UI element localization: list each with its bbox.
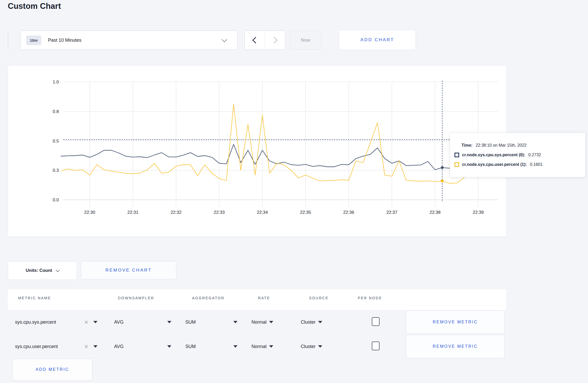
- metric-name-caret-icon[interactable]: [93, 321, 97, 323]
- svg-text:0.3: 0.3: [53, 168, 59, 173]
- svg-text:22:34: 22:34: [257, 210, 268, 215]
- source-value: Cluster: [301, 344, 316, 349]
- source-caret-icon: [318, 321, 322, 323]
- time-range-label: Past 10 Minutes: [48, 38, 81, 43]
- downsampler-caret-icon[interactable]: [167, 321, 171, 323]
- metric-name-value[interactable]: sys.cpu.user.percent: [15, 344, 58, 349]
- time-range-badge: 10m: [26, 36, 41, 45]
- source-caret-icon: [318, 345, 322, 348]
- prev-time-button[interactable]: [245, 31, 265, 49]
- metric-row: sys.cpu.user.percent AVG SUM Normal Clus…: [8, 334, 506, 359]
- col-header-rate: RATE: [258, 296, 270, 300]
- col-header-source: SOURCE: [309, 296, 329, 300]
- source-value: Cluster: [301, 320, 316, 325]
- metric-name-caret-icon[interactable]: [93, 345, 97, 348]
- chart-plot[interactable]: 0.00.30.50.81.022:3022:3122:3222:3322:34…: [8, 66, 506, 237]
- svg-text:22:39: 22:39: [473, 210, 484, 215]
- downsampler-select[interactable]: AVG: [114, 320, 124, 325]
- col-header-downsampler: DOWNSAMPLER: [118, 296, 154, 300]
- aggregator-select[interactable]: SUM: [185, 320, 196, 325]
- chevron-left-icon: [252, 37, 259, 43]
- svg-text:22:30: 22:30: [84, 210, 95, 215]
- remove-metric-button[interactable]: REMOVE METRIC: [406, 310, 505, 334]
- tooltip-series-value: 0.2732: [528, 153, 541, 157]
- metric-row: sys.cpu.sys.percent AVG SUM Normal Clust…: [8, 310, 506, 334]
- remove-metric-button[interactable]: REMOVE METRIC: [406, 335, 505, 358]
- col-header-per-node: PER NODE: [358, 296, 382, 300]
- rate-select[interactable]: Normal: [251, 344, 273, 349]
- rate-value: Normal: [251, 320, 267, 325]
- time-pager: [244, 31, 285, 50]
- metric-name-value[interactable]: sys.cpu.sys.percent: [15, 320, 56, 325]
- chart-panel: 0.00.30.50.81.022:3022:3122:3222:3322:34…: [8, 65, 507, 237]
- downsampler-select[interactable]: AVG: [114, 344, 124, 349]
- remove-chart-button[interactable]: REMOVE CHART: [81, 261, 176, 279]
- per-node-checkbox[interactable]: [372, 342, 380, 350]
- tooltip-series-row: cr.node.sys.cpu.sys.percent (0): 0.2732: [454, 153, 580, 157]
- svg-text:22:35: 22:35: [300, 210, 311, 215]
- svg-text:1.0: 1.0: [53, 80, 59, 84]
- rate-caret-icon: [269, 321, 273, 323]
- svg-text:0.8: 0.8: [53, 109, 59, 114]
- rate-select[interactable]: Normal: [251, 320, 273, 325]
- rate-value: Normal: [251, 344, 267, 349]
- svg-text:0.0: 0.0: [53, 197, 59, 202]
- units-label: Units: Count: [26, 268, 52, 273]
- svg-text:22:37: 22:37: [386, 210, 397, 215]
- page-title: Custom Chart: [8, 2, 61, 11]
- per-node-checkbox[interactable]: [372, 317, 380, 326]
- source-select[interactable]: Cluster: [301, 320, 322, 325]
- svg-text:22:32: 22:32: [171, 210, 182, 215]
- aggregator-select[interactable]: SUM: [185, 344, 196, 349]
- tooltip-time-label: Time:: [461, 143, 472, 148]
- col-header-aggregator: AGGREGATOR: [192, 296, 225, 300]
- clear-metric-icon[interactable]: [84, 343, 88, 350]
- now-button[interactable]: Now: [290, 31, 321, 50]
- chevron-down-icon: [56, 268, 60, 272]
- rate-caret-icon: [269, 345, 273, 348]
- tooltip-series-label: cr.node.sys.cpu.sys.percent (0):: [462, 153, 525, 157]
- add-metric-button[interactable]: ADD METRIC: [12, 359, 92, 380]
- tooltip-time-row: Time: 22:38:10 on Mar 15th, 2022: [461, 143, 580, 148]
- col-header-metric-name: METRIC NAME: [18, 296, 51, 300]
- svg-text:0.5: 0.5: [53, 139, 59, 144]
- source-select[interactable]: Cluster: [301, 344, 322, 349]
- chart-tooltip: Time: 22:38:10 on Mar 15th, 2022 cr.node…: [450, 133, 585, 177]
- next-time-button[interactable]: [265, 31, 285, 49]
- clear-metric-icon[interactable]: [84, 319, 88, 325]
- chevron-down-icon: [222, 37, 227, 42]
- user-series-legend-icon: [454, 162, 459, 167]
- aggregator-caret-icon[interactable]: [233, 345, 237, 348]
- add-chart-button[interactable]: ADD CHART: [339, 30, 416, 50]
- aggregator-caret-icon[interactable]: [233, 321, 237, 323]
- downsampler-caret-icon[interactable]: [167, 345, 171, 348]
- tooltip-series-value: 0.1601: [530, 162, 543, 167]
- tooltip-series-row: cr.node.sys.cpu.user.percent (1): 0.1601: [454, 162, 580, 167]
- metrics-table-header: METRIC NAME DOWNSAMPLER AGGREGATOR RATE …: [8, 289, 506, 310]
- controls-divider: [8, 31, 8, 50]
- time-range-dropdown[interactable]: 10m Past 10 Minutes: [20, 31, 237, 50]
- svg-text:22:31: 22:31: [127, 210, 138, 215]
- chevron-right-icon: [271, 37, 277, 43]
- units-dropdown[interactable]: Units: Count: [8, 261, 77, 280]
- custom-chart-page: Custom Chart 10m Past 10 Minutes Now ADD…: [0, 0, 588, 383]
- svg-text:22:33: 22:33: [214, 210, 225, 215]
- tooltip-time-value: 22:38:10 on Mar 15th, 2022: [475, 143, 527, 148]
- svg-text:22:36: 22:36: [343, 210, 354, 215]
- sys-series-legend-icon: [454, 153, 459, 157]
- tooltip-series-label: cr.node.sys.cpu.user.percent (1):: [462, 162, 527, 167]
- svg-text:22:38: 22:38: [430, 210, 441, 215]
